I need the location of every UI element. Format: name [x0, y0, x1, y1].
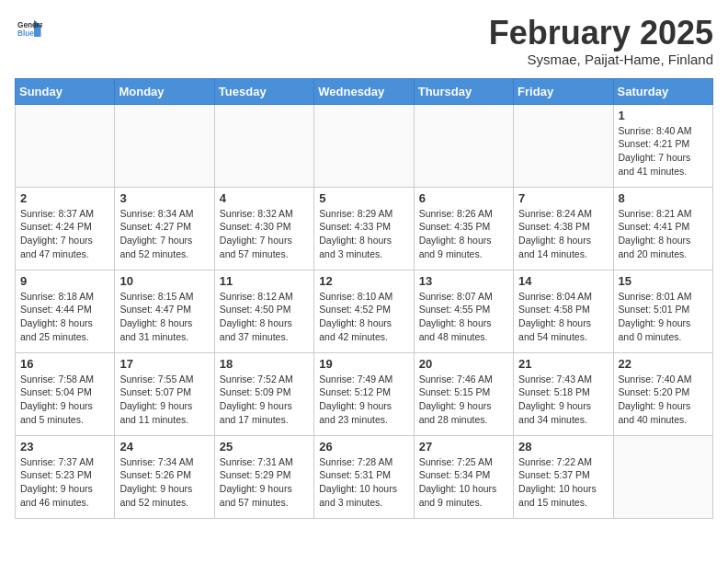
day-number: 11 [220, 274, 309, 288]
weekday-header-row: SundayMondayTuesdayWednesdayThursdayFrid… [16, 78, 713, 104]
calendar-cell: 2Sunrise: 8:37 AM Sunset: 4:24 PM Daylig… [16, 187, 115, 270]
day-info: Sunrise: 8:24 AM Sunset: 4:38 PM Dayligh… [518, 207, 608, 261]
day-number: 18 [220, 357, 309, 371]
logo-icon: General Blue [15, 15, 42, 42]
day-info: Sunrise: 7:58 AM Sunset: 5:04 PM Dayligh… [20, 373, 109, 427]
calendar-cell [613, 435, 712, 518]
day-info: Sunrise: 8:07 AM Sunset: 4:55 PM Dayligh… [419, 290, 508, 344]
page-header: General Blue February 2025 Sysmae, Paija… [15, 15, 713, 67]
day-number: 8 [619, 191, 708, 205]
weekday-header-friday: Friday [514, 78, 613, 104]
calendar-cell [514, 104, 613, 187]
calendar-cell: 1Sunrise: 8:40 AM Sunset: 4:21 PM Daylig… [613, 104, 712, 187]
day-info: Sunrise: 8:01 AM Sunset: 5:01 PM Dayligh… [619, 290, 708, 344]
day-info: Sunrise: 7:49 AM Sunset: 5:12 PM Dayligh… [319, 373, 408, 427]
day-info: Sunrise: 8:29 AM Sunset: 4:33 PM Dayligh… [319, 207, 408, 261]
week-row-5: 23Sunrise: 7:37 AM Sunset: 5:23 PM Dayli… [16, 435, 713, 518]
calendar-title: February 2025 [489, 15, 713, 52]
calendar-cell: 19Sunrise: 7:49 AM Sunset: 5:12 PM Dayli… [314, 352, 414, 435]
day-info: Sunrise: 7:37 AM Sunset: 5:23 PM Dayligh… [20, 455, 109, 510]
day-info: Sunrise: 7:43 AM Sunset: 5:18 PM Dayligh… [518, 373, 608, 427]
calendar-cell: 20Sunrise: 7:46 AM Sunset: 5:15 PM Dayli… [414, 352, 513, 435]
calendar-cell: 10Sunrise: 8:15 AM Sunset: 4:47 PM Dayli… [115, 270, 214, 352]
weekday-header-monday: Monday [115, 78, 214, 104]
day-number: 12 [319, 274, 408, 288]
day-number: 3 [119, 191, 209, 205]
calendar-cell: 18Sunrise: 7:52 AM Sunset: 5:09 PM Dayli… [214, 352, 313, 435]
calendar-cell: 27Sunrise: 7:25 AM Sunset: 5:34 PM Dayli… [414, 435, 513, 518]
calendar-cell: 9Sunrise: 8:18 AM Sunset: 4:44 PM Daylig… [16, 270, 115, 352]
day-info: Sunrise: 7:28 AM Sunset: 5:31 PM Dayligh… [319, 455, 408, 510]
day-number: 2 [20, 191, 109, 205]
day-number: 1 [619, 109, 708, 122]
calendar-cell: 15Sunrise: 8:01 AM Sunset: 5:01 PM Dayli… [613, 270, 712, 352]
calendar-cell: 5Sunrise: 8:29 AM Sunset: 4:33 PM Daylig… [314, 187, 414, 270]
calendar-cell: 8Sunrise: 8:21 AM Sunset: 4:41 PM Daylig… [613, 187, 712, 270]
calendar-cell: 25Sunrise: 7:31 AM Sunset: 5:29 PM Dayli… [214, 435, 313, 518]
calendar-cell [314, 104, 414, 187]
svg-text:Blue: Blue [17, 29, 34, 38]
weekday-header-saturday: Saturday [613, 78, 712, 104]
day-info: Sunrise: 8:26 AM Sunset: 4:35 PM Dayligh… [419, 207, 508, 261]
calendar-cell [214, 104, 313, 187]
day-number: 27 [419, 440, 508, 454]
calendar-cell: 11Sunrise: 8:12 AM Sunset: 4:50 PM Dayli… [214, 270, 313, 352]
week-row-2: 2Sunrise: 8:37 AM Sunset: 4:24 PM Daylig… [16, 187, 713, 270]
calendar-table: SundayMondayTuesdayWednesdayThursdayFrid… [15, 78, 713, 519]
day-info: Sunrise: 8:18 AM Sunset: 4:44 PM Dayligh… [20, 290, 109, 344]
calendar-cell: 28Sunrise: 7:22 AM Sunset: 5:37 PM Dayli… [514, 435, 613, 518]
calendar-cell: 4Sunrise: 8:32 AM Sunset: 4:30 PM Daylig… [214, 187, 313, 270]
day-number: 5 [319, 191, 408, 205]
day-number: 6 [419, 191, 508, 205]
calendar-cell: 21Sunrise: 7:43 AM Sunset: 5:18 PM Dayli… [514, 352, 613, 435]
day-info: Sunrise: 8:32 AM Sunset: 4:30 PM Dayligh… [220, 207, 309, 261]
week-row-4: 16Sunrise: 7:58 AM Sunset: 5:04 PM Dayli… [16, 352, 713, 435]
calendar-cell [115, 104, 214, 187]
day-info: Sunrise: 8:34 AM Sunset: 4:27 PM Dayligh… [119, 207, 209, 261]
day-number: 16 [20, 357, 109, 371]
title-block: February 2025 Sysmae, Paijat-Hame, Finla… [489, 15, 713, 67]
calendar-cell: 6Sunrise: 8:26 AM Sunset: 4:35 PM Daylig… [414, 187, 513, 270]
calendar-cell: 12Sunrise: 8:10 AM Sunset: 4:52 PM Dayli… [314, 270, 414, 352]
day-info: Sunrise: 8:15 AM Sunset: 4:47 PM Dayligh… [119, 290, 209, 344]
weekday-header-wednesday: Wednesday [314, 78, 414, 104]
day-info: Sunrise: 8:40 AM Sunset: 4:21 PM Dayligh… [619, 124, 708, 178]
day-info: Sunrise: 8:37 AM Sunset: 4:24 PM Dayligh… [20, 207, 109, 261]
day-number: 28 [518, 440, 608, 454]
calendar-cell: 24Sunrise: 7:34 AM Sunset: 5:26 PM Dayli… [115, 435, 214, 518]
day-info: Sunrise: 7:40 AM Sunset: 5:20 PM Dayligh… [619, 373, 708, 427]
calendar-cell: 13Sunrise: 8:07 AM Sunset: 4:55 PM Dayli… [414, 270, 513, 352]
calendar-cell [16, 104, 115, 187]
day-info: Sunrise: 7:46 AM Sunset: 5:15 PM Dayligh… [419, 373, 508, 427]
day-number: 9 [20, 274, 109, 288]
calendar-cell: 26Sunrise: 7:28 AM Sunset: 5:31 PM Dayli… [314, 435, 414, 518]
day-info: Sunrise: 7:34 AM Sunset: 5:26 PM Dayligh… [119, 455, 209, 510]
day-info: Sunrise: 7:22 AM Sunset: 5:37 PM Dayligh… [518, 455, 608, 510]
day-number: 14 [518, 274, 608, 288]
calendar-cell [414, 104, 513, 187]
calendar-cell: 14Sunrise: 8:04 AM Sunset: 4:58 PM Dayli… [514, 270, 613, 352]
weekday-header-sunday: Sunday [16, 78, 115, 104]
day-number: 26 [319, 440, 408, 454]
day-number: 20 [419, 357, 508, 371]
svg-text:General: General [17, 21, 42, 29]
day-number: 23 [20, 440, 109, 454]
day-number: 24 [119, 440, 209, 454]
calendar-cell: 22Sunrise: 7:40 AM Sunset: 5:20 PM Dayli… [613, 352, 712, 435]
day-number: 21 [518, 357, 608, 371]
calendar-cell: 17Sunrise: 7:55 AM Sunset: 5:07 PM Dayli… [115, 352, 214, 435]
day-info: Sunrise: 7:25 AM Sunset: 5:34 PM Dayligh… [419, 455, 508, 510]
day-number: 19 [319, 357, 408, 371]
day-info: Sunrise: 8:04 AM Sunset: 4:58 PM Dayligh… [518, 290, 608, 344]
calendar-cell: 16Sunrise: 7:58 AM Sunset: 5:04 PM Dayli… [16, 352, 115, 435]
day-number: 13 [419, 274, 508, 288]
day-info: Sunrise: 7:52 AM Sunset: 5:09 PM Dayligh… [220, 373, 309, 427]
day-info: Sunrise: 8:10 AM Sunset: 4:52 PM Dayligh… [319, 290, 408, 344]
day-number: 7 [518, 191, 608, 205]
day-number: 22 [619, 357, 708, 371]
weekday-header-thursday: Thursday [414, 78, 513, 104]
calendar-subtitle: Sysmae, Paijat-Hame, Finland [489, 52, 713, 67]
day-info: Sunrise: 8:12 AM Sunset: 4:50 PM Dayligh… [220, 290, 309, 344]
calendar-cell: 23Sunrise: 7:37 AM Sunset: 5:23 PM Dayli… [16, 435, 115, 518]
day-number: 4 [220, 191, 309, 205]
